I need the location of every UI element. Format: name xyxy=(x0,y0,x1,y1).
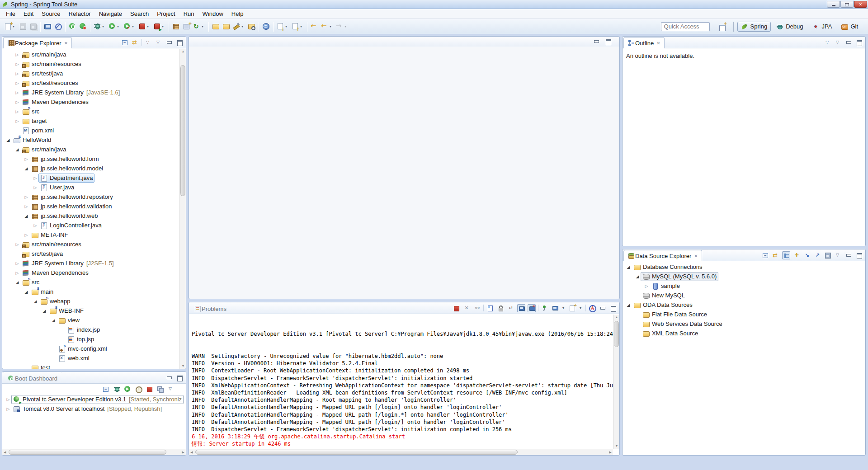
terminate-icon[interactable] xyxy=(452,304,460,312)
tree-item[interactable]: ▷src/main/resources xyxy=(2,59,179,69)
tree-item-body[interactable]: jp.ssie.helloworld.form xyxy=(29,155,101,164)
expander-icon[interactable]: ▷ xyxy=(14,261,20,266)
tree-item[interactable]: ▷src/main/resources xyxy=(2,240,179,249)
perspective-debug[interactable]: Debug xyxy=(773,22,807,32)
tree-item-body[interactable]: Pivotal tc Server Developer Edition v3.1… xyxy=(11,395,184,404)
tree-item[interactable]: mvc-config.xml xyxy=(2,344,179,353)
collapse-all-icon[interactable] xyxy=(121,38,129,47)
save-all-button[interactable] xyxy=(28,22,38,31)
chevron-icon[interactable] xyxy=(834,38,842,47)
coverage-button[interactable]: ▾ xyxy=(123,22,137,31)
minimize-icon[interactable] xyxy=(599,304,607,312)
display-console-icon[interactable] xyxy=(551,304,559,312)
close-tab-icon[interactable]: ✕ xyxy=(64,41,68,46)
tree-item-body[interactable]: Flat File Data Source xyxy=(641,310,709,319)
scroll-up-icon[interactable]: ▲ xyxy=(180,49,186,54)
tree-item[interactable]: ▷jp.ssie.helloworld.validation xyxy=(2,202,179,211)
dropdown-arrow-icon[interactable]: ▾ xyxy=(330,24,333,28)
collapse-all-icon[interactable] xyxy=(761,251,769,259)
tree-item[interactable]: ▷src/main/java xyxy=(2,50,179,59)
tree-item-body[interactable]: Maven Dependencies xyxy=(20,268,90,277)
maximize-icon[interactable] xyxy=(175,374,184,382)
console-output[interactable]: Pivotal tc Server Developer Edition v3.1… xyxy=(189,315,613,449)
maximize-icon[interactable] xyxy=(855,38,863,47)
expander-icon[interactable]: ▷ xyxy=(5,407,11,411)
tree-item-body[interactable]: index.jsp xyxy=(66,325,102,334)
expander-icon[interactable]: ▷ xyxy=(5,397,11,402)
save-profile-icon[interactable] xyxy=(824,251,832,259)
window-minimize-button[interactable] xyxy=(827,1,840,8)
tree-item[interactable]: ◢webapp xyxy=(2,296,179,306)
expander-icon[interactable]: ▷ xyxy=(14,90,20,95)
tree-item-body[interactable]: New MySQL xyxy=(641,291,687,300)
menu-project[interactable]: Project xyxy=(153,9,179,18)
menu-navigate[interactable]: Navigate xyxy=(95,9,126,18)
tree-item-body[interactable]: src/test/java xyxy=(20,69,65,78)
scroll-thumb[interactable] xyxy=(195,450,518,455)
tree-item[interactable]: ▷Maven Dependencies xyxy=(2,97,179,107)
save-button[interactable] xyxy=(18,22,28,31)
tree-item-body[interactable]: XML Data Source xyxy=(641,329,700,338)
dropdown-arrow-icon[interactable]: ▾ xyxy=(241,24,245,28)
tree-item[interactable]: ▷jp.ssie.helloworld.repository xyxy=(2,192,179,202)
search-folder-button[interactable] xyxy=(247,22,256,31)
open-folder-button[interactable] xyxy=(222,22,231,31)
tree-item-body[interactable]: JRE System Library[JavaSE-1.6] xyxy=(20,88,122,97)
expander-icon[interactable]: ▷ xyxy=(14,81,20,85)
tree-item-body[interactable]: Web Services Data Source xyxy=(641,320,724,329)
tree-item-body[interactable]: Maven Dependencies xyxy=(20,98,90,107)
close-tab-icon[interactable]: ✕ xyxy=(656,41,660,46)
remove-terminated-icon[interactable] xyxy=(473,304,481,312)
tree-item-body[interactable]: pom.xml xyxy=(20,126,56,135)
console-hscrollbar[interactable]: ◀ ▶ xyxy=(189,449,613,455)
start-server-icon[interactable] xyxy=(123,385,132,393)
server-start-button[interactable] xyxy=(68,22,77,31)
scroll-down-icon[interactable]: ▼ xyxy=(613,443,620,449)
expander-icon[interactable]: ◢ xyxy=(625,303,632,307)
tree-item-body[interactable]: ODA Data Sources xyxy=(632,301,694,310)
tree-item[interactable]: ◢Database Connections xyxy=(623,262,865,272)
maximize-icon[interactable] xyxy=(609,304,617,312)
tree-item-body[interactable]: sample xyxy=(650,282,682,291)
expander-icon[interactable]: ◢ xyxy=(32,299,38,304)
dropdown-arrow-icon[interactable]: ▾ xyxy=(13,24,16,28)
collapse-all-icon[interactable] xyxy=(102,385,110,393)
dropdown-arrow-icon[interactable]: ▾ xyxy=(117,24,121,28)
tree-item[interactable]: ▷User.java xyxy=(2,183,179,192)
console-view-button[interactable] xyxy=(43,22,52,31)
tree-item-body[interactable]: src/test/resources xyxy=(20,79,80,88)
tab-data-source-explorer[interactable]: Data Source Explorer✕ xyxy=(623,250,702,261)
new-wizard-button[interactable]: ▾ xyxy=(3,22,17,31)
scroll-thumb[interactable] xyxy=(9,450,166,455)
tree-item[interactable]: ▷src/test/java xyxy=(2,69,179,78)
link-editor-icon[interactable] xyxy=(772,251,780,259)
expander-icon[interactable]: ◢ xyxy=(23,166,29,171)
open-resource-button[interactable] xyxy=(211,22,221,31)
new-class-button[interactable] xyxy=(182,22,191,31)
editor-area[interactable] xyxy=(189,36,620,299)
tree-item[interactable]: ▷LoginController.java xyxy=(2,221,179,230)
spring-run-button[interactable] xyxy=(78,22,88,31)
minimize-icon[interactable] xyxy=(592,38,600,46)
maximize-icon[interactable] xyxy=(604,38,612,46)
dropdown-arrow-icon[interactable]: ▾ xyxy=(344,24,348,28)
tree-item[interactable]: ◢MySQL (MySQL v. 5.6.0) xyxy=(623,272,865,281)
dropdown-arrow-icon[interactable]: ▾ xyxy=(202,24,205,28)
pin-console-icon[interactable] xyxy=(541,304,549,312)
tree-item-body[interactable]: view xyxy=(57,316,81,325)
tree-item[interactable]: Flat File Data Source xyxy=(623,310,865,319)
expander-icon[interactable]: ▷ xyxy=(32,223,38,228)
tree-item-body[interactable]: WEB-INF xyxy=(47,306,85,315)
tree-item-body[interactable]: src/main/resources xyxy=(20,240,83,249)
back-button[interactable]: ▾ xyxy=(320,22,334,31)
tree-item[interactable]: ▷Maven Dependencies xyxy=(2,268,179,277)
open-perspective-button[interactable] xyxy=(715,22,730,32)
tree-item[interactable]: XML Data Source xyxy=(623,329,865,338)
dropdown-arrow-icon[interactable]: ▾ xyxy=(147,24,151,28)
scroll-left-icon[interactable]: ◀ xyxy=(189,449,194,456)
dropdown-arrow-icon[interactable]: ▾ xyxy=(102,24,106,28)
tree-item[interactable]: web.xml xyxy=(2,353,179,363)
menu-edit[interactable]: Edit xyxy=(19,9,38,18)
scroll-thumb[interactable] xyxy=(614,321,619,347)
tree-item[interactable]: test xyxy=(2,363,179,369)
